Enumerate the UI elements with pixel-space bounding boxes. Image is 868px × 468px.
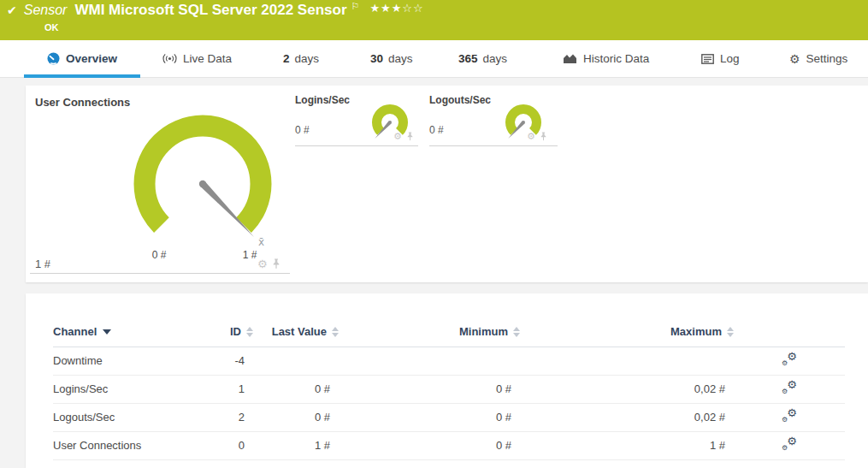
gauge-gear-icon[interactable]: ⚙ [393,132,402,141]
channel-id: -4 [197,347,253,375]
divider [295,145,418,146]
status-badge: OK [44,22,59,33]
tab-log-label: Log [720,52,740,65]
tab-historic-data[interactable]: Historic Data [563,40,649,77]
column-header-channel[interactable]: Channel [53,317,197,347]
gauge-scale-min: 0 # [145,249,173,261]
object-kind-label: Sensor [24,3,68,18]
channel-name[interactable]: Downtime [53,347,197,375]
gauge-value-logouts: 0 # [429,124,444,136]
gauge-average-marker: x̄ [258,236,264,248]
channel-maximum: 0,02 # [520,403,734,431]
tab-2-days-label: days [295,52,320,65]
sensor-header-line: ✔ Sensor WMI Microsoft SQL Server 2022 S… [7,2,424,19]
tab-log[interactable]: Log [701,40,740,77]
channel-minimum: 0 # [339,431,520,459]
table-row-user-connections: User Connections 0 1 # 0 # 1 # ⚙⚙ [53,431,845,459]
channel-id: 0 [197,431,253,459]
table-row-logouts: Logouts/Sec 2 0 # 0 # 0,02 # ⚙⚙ [53,403,845,431]
tab-live-data-label: Live Data [183,52,232,65]
column-header-channel-label: Channel [53,325,97,338]
table-header-row: Channel ID Last Value Minimum Maximum [53,317,845,347]
tab-overview[interactable]: Overview [24,40,140,77]
sort-arrows-icon [246,327,253,337]
channel-last-value: 0 # [253,403,339,431]
user-connections-gauge [130,113,280,246]
channel-name[interactable]: Logouts/Sec [53,403,197,431]
pin-icon[interactable] [406,132,414,141]
gauge-gear-icon[interactable]: ⚙ [527,132,535,141]
channel-table-panel: Channel ID Last Value Minimum Maximum [26,293,868,468]
channel-last-value: 0 # [253,375,339,403]
tab-30-days-label: days [388,52,413,65]
tab-settings-label: Settings [806,52,848,65]
sort-desc-icon [103,329,111,335]
column-header-settings [734,317,845,347]
tab-settings[interactable]: ⚙ Settings [789,40,847,77]
column-header-maximum-label: Maximum [670,325,722,338]
channel-maximum [520,347,734,375]
channel-minimum: 0 # [339,403,520,431]
gauge-value-user-connections: 1 # [35,258,50,270]
tab-live-data[interactable]: Live Data [162,40,232,77]
channel-last-value: 1 # [253,431,339,459]
channel-settings-icon[interactable]: ⚙⚙ [782,437,797,451]
column-header-last-value[interactable]: Last Value [253,317,339,347]
channel-id: 2 [197,403,253,431]
divider [429,145,558,146]
gauge-title-logouts: Logouts/Sec [429,94,491,106]
pin-icon[interactable] [540,132,547,141]
channel-last-value [253,347,339,375]
column-header-maximum[interactable]: Maximum [520,317,734,347]
column-header-id-label: ID [230,325,241,338]
channel-settings-icon[interactable]: ⚙⚙ [782,352,797,366]
channel-name[interactable]: Logins/Sec [53,375,197,403]
tab-2-days-number: 2 [283,52,290,65]
table-row-logins: Logins/Sec 1 0 # 0 # 0,02 # ⚙⚙ [53,375,845,403]
gauge-tools-logouts: ⚙ [527,132,547,141]
priority-flag-icon[interactable]: ⚐ [351,1,360,12]
gauge-tools-user-connections: ⚙ [257,258,280,270]
tab-30-days[interactable]: 30 days [370,40,413,77]
channel-settings-icon[interactable]: ⚙⚙ [782,381,797,394]
tab-30-days-number: 30 [370,52,383,65]
table-row-downtime: Downtime -4 ⚙⚙ [53,347,845,375]
channel-minimum [339,347,520,375]
channel-settings-icon[interactable]: ⚙⚙ [782,409,797,423]
status-check-icon: ✔ [7,3,17,17]
tab-historic-data-label: Historic Data [583,52,649,65]
sort-arrows-icon [513,327,520,337]
settings-gear-icon: ⚙ [789,52,800,66]
divider [30,273,290,274]
tab-bar: Overview Live Data 2 days 30 days 365 da… [0,40,868,78]
sensor-title: WMI Microsoft SQL Server 2022 Sensor [74,2,346,19]
gauge-title-logins: Logins/Sec [295,94,350,106]
gauge-tools-logins: ⚙ [393,132,414,141]
channel-maximum: 1 # [520,431,734,459]
tab-overview-label: Overview [66,52,117,65]
gauge-value-logins: 0 # [295,124,310,136]
broadcast-icon [162,53,177,64]
gauge-tab-icon [47,52,60,65]
column-header-id[interactable]: ID [197,317,253,347]
tab-365-days[interactable]: 365 days [458,40,507,77]
tab-365-days-label: days [483,52,508,65]
pin-icon[interactable] [272,258,280,270]
channel-name[interactable]: User Connections [53,431,197,459]
channel-minimum: 0 # [339,375,520,403]
channel-id: 1 [197,375,253,403]
priority-stars[interactable]: ★★★☆☆ [369,2,423,15]
channel-table: Channel ID Last Value Minimum Maximum [53,317,845,460]
tab-365-days-number: 365 [458,52,478,65]
gauges-panel: User Connections x̄ 0 # 1 # 1 # ⚙ Logins… [26,86,868,282]
tab-2-days[interactable]: 2 days [283,40,319,77]
column-header-minimum-label: Minimum [459,325,508,338]
column-header-minimum[interactable]: Minimum [339,317,520,347]
gauge-title-user-connections: User Connections [35,96,130,109]
log-list-icon [701,54,714,64]
column-header-last-value-label: Last Value [272,325,327,338]
sort-arrows-icon [332,327,339,337]
area-chart-icon [563,53,577,64]
gauge-gear-icon[interactable]: ⚙ [257,258,268,270]
sort-arrows-icon [727,327,734,337]
